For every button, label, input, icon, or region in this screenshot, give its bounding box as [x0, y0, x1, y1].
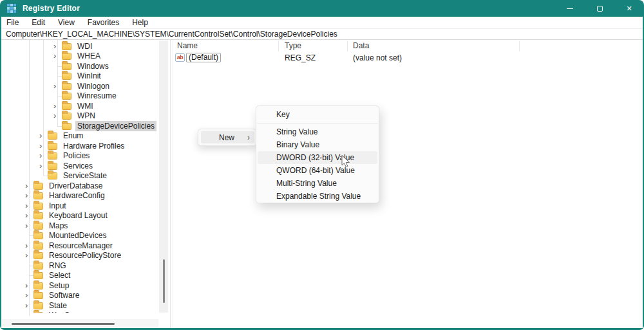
horizontal-scrollbar[interactable] — [2, 319, 158, 327]
tree-item-services[interactable]: ›Services — [1, 161, 158, 171]
chevron-right-icon[interactable]: › — [24, 252, 33, 259]
menu-item-favorites[interactable]: Favorites — [81, 18, 126, 27]
menu-item-new-label: New — [219, 133, 234, 142]
tree-item-input[interactable]: ›Input — [1, 201, 158, 211]
tree-item-label: WDI — [75, 41, 94, 51]
tree-item-rng[interactable]: RNG — [1, 261, 158, 271]
tree-item-keyboard-layout[interactable]: ›Keyboard Layout — [1, 211, 158, 221]
registry-value-row[interactable]: ab(Default)REG_SZ(value not set) — [173, 53, 643, 63]
tree-item-label: WinInit — [75, 71, 103, 81]
address-bar[interactable]: Computer\HKEY_LOCAL_MACHINE\SYSTEM\Curre… — [1, 29, 643, 40]
tree-item-driverdatabase[interactable]: ›DriverDatabase — [1, 181, 158, 191]
chevron-right-icon[interactable]: › — [24, 282, 33, 289]
chevron-right-icon[interactable]: › — [53, 83, 62, 89]
column-divider[interactable] — [278, 41, 279, 51]
minimize-button[interactable] — [555, 0, 585, 17]
column-divider[interactable] — [347, 41, 348, 51]
tree-item-hardware-profiles[interactable]: ›Hardware Profiles — [1, 141, 158, 151]
tree-item-label: MountedDevices — [47, 230, 108, 241]
tree-item-hardwareconfig[interactable]: ›HardwareConfig — [1, 191, 158, 201]
tree-item-wdi[interactable]: ›WDI — [1, 41, 158, 51]
folder-icon — [62, 73, 71, 80]
tree-item-windows[interactable]: Windows — [1, 61, 158, 71]
chevron-right-icon[interactable]: › — [39, 163, 48, 169]
chevron-right-icon[interactable]: › — [24, 302, 33, 309]
maximize-button[interactable] — [585, 0, 614, 17]
tree-item-storagedevicepolicies[interactable]: StorageDevicePolicies — [1, 121, 158, 131]
tree-pane: ›WDI›WHEAWindowsWinInit›WinlogonWinresum… — [1, 40, 171, 328]
chevron-right-icon[interactable]: › — [24, 203, 33, 209]
chevron-right-icon[interactable]: › — [53, 103, 62, 109]
column-divider[interactable] — [519, 41, 520, 51]
menu-item-edit[interactable]: Edit — [25, 18, 52, 27]
window-body: FileEditViewFavoritesHelp Computer\HKEY_… — [1, 17, 643, 328]
menubar: FileEditViewFavoritesHelp — [1, 17, 643, 29]
menu-item-qword-64-bit-value[interactable]: QWORD (64-bit) Value — [258, 164, 377, 177]
menu-item-view[interactable]: View — [52, 18, 81, 27]
chevron-right-icon[interactable]: › — [24, 243, 33, 249]
menu-item-dword-32-bit-value[interactable]: DWORD (32-bit) Value — [258, 151, 377, 164]
tree-item-label: HardwareConfig — [47, 190, 107, 201]
chevron-right-icon[interactable]: › — [24, 292, 33, 298]
tree-item-resourcepolicystore[interactable]: ›ResourcePolicyStore — [1, 251, 158, 261]
column-header-name[interactable]: Name — [177, 41, 198, 50]
menu-item-new[interactable]: New › — [201, 131, 254, 143]
tree-item-waas[interactable]: ›WaaS — [1, 311, 158, 313]
column-header-data[interactable]: Data — [353, 41, 369, 50]
tree-item-mounteddevices[interactable]: MountedDevices — [1, 231, 158, 241]
menu-item-string-value[interactable]: String Value — [258, 125, 377, 138]
chevron-right-icon[interactable]: › — [24, 312, 33, 313]
list-header: Name Type Data — [173, 40, 643, 52]
folder-icon — [48, 133, 57, 140]
chevron-right-icon[interactable]: › — [24, 212, 33, 219]
tree-item-whea[interactable]: ›WHEA — [1, 51, 158, 62]
tree-item-wpn[interactable]: ›WPN — [1, 111, 158, 122]
vertical-scrollbar[interactable] — [159, 41, 168, 313]
horizontal-scrollbar-thumb[interactable] — [12, 323, 115, 325]
tree-item-winlogon[interactable]: ›Winlogon — [1, 81, 158, 91]
folder-icon — [62, 103, 71, 110]
tree-item-label: Keyboard Layout — [47, 210, 109, 221]
chevron-right-icon[interactable]: › — [53, 113, 62, 119]
close-button[interactable]: ✕ — [614, 0, 644, 17]
tree-item-wmi[interactable]: ›WMI — [1, 101, 158, 111]
menu-item-expandable-string-value[interactable]: Expandable String Value — [258, 190, 377, 203]
tree-item-enum[interactable]: ›Enum — [1, 131, 158, 142]
tree-item-winresume[interactable]: Winresume — [1, 91, 158, 102]
tree-item-select[interactable]: Select — [1, 271, 158, 281]
tree-item-maps[interactable]: ›Maps — [1, 221, 158, 231]
tree-item-setup[interactable]: ›Setup — [1, 280, 158, 291]
chevron-right-icon[interactable]: › — [24, 192, 33, 199]
menu-item-help[interactable]: Help — [126, 18, 155, 27]
tree-item-resourcemanager[interactable]: ›ResourceManager — [1, 241, 158, 251]
folder-icon — [33, 203, 43, 210]
chevron-right-icon[interactable]: › — [39, 152, 48, 159]
titlebar[interactable]: Registry Editor ✕ — [0, 0, 644, 17]
tree-item-software[interactable]: ›Software — [1, 291, 158, 301]
folder-icon — [62, 113, 71, 120]
chevron-right-icon[interactable]: › — [24, 183, 33, 189]
main-area: ›WDI›WHEAWindowsWinInit›WinlogonWinresum… — [1, 40, 643, 328]
tree-item-label: Enum — [61, 131, 85, 141]
column-header-type[interactable]: Type — [285, 41, 301, 50]
chevron-right-icon[interactable]: › — [39, 133, 48, 139]
vertical-scrollbar-thumb[interactable] — [163, 259, 165, 303]
tree-item-servicestate[interactable]: ServiceState — [1, 171, 158, 181]
menu-item-multi-string-value[interactable]: Multi-String Value — [258, 177, 377, 190]
tree-item-label: Maps — [47, 221, 70, 231]
menu-item-binary-value[interactable]: Binary Value — [258, 138, 377, 151]
tree-item-state[interactable]: ›State — [1, 300, 158, 311]
menu-item-file[interactable]: File — [1, 18, 25, 27]
tree-item-label: Winresume — [75, 91, 118, 101]
chevron-right-icon[interactable]: › — [53, 53, 62, 59]
folder-icon — [33, 262, 43, 270]
chevron-right-icon[interactable]: › — [39, 143, 48, 149]
menu-item-key[interactable]: Key — [258, 108, 377, 121]
chevron-right-icon[interactable]: › — [53, 43, 62, 50]
tree-item-wininit[interactable]: WinInit — [1, 71, 158, 82]
tree-item-policies[interactable]: ›Policies — [1, 151, 158, 161]
tree-connector — [39, 171, 48, 181]
values-pane[interactable]: Name Type Data ab(Default)REG_SZ(value n… — [173, 40, 643, 328]
chevron-right-icon[interactable]: › — [24, 223, 33, 229]
string-value-icon: ab — [175, 53, 185, 62]
